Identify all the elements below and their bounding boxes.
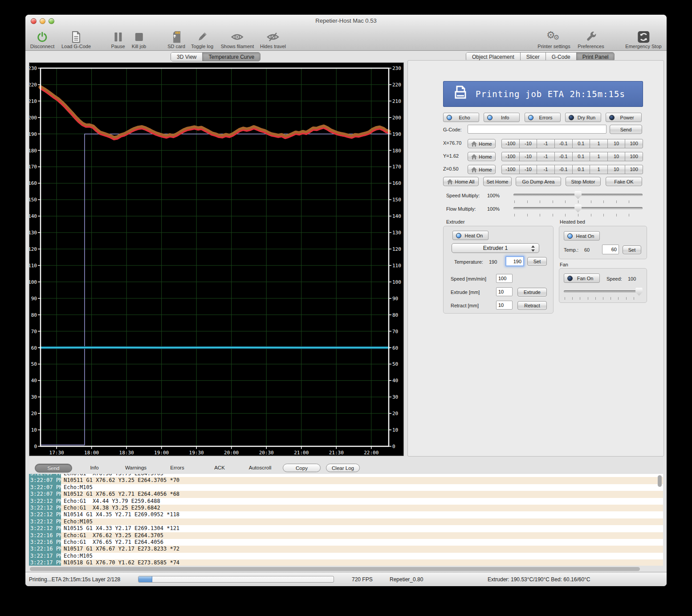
jog-x-100[interactable]: 100 [625,139,643,148]
printer-settings-button[interactable]: ⚙⚙Printer settings [537,31,570,49]
extruder-heat-on-button[interactable]: Heat On [452,231,488,240]
pause-button[interactable]: Pause [111,31,125,49]
shows-filament-button[interactable]: Shows filament [221,31,254,49]
jog-y--0.1[interactable]: -0.1 [554,152,573,161]
log-filter-warnings[interactable]: Warnings [121,464,151,472]
retract-button[interactable]: Retract [517,301,547,310]
slider-thumb[interactable] [574,204,582,212]
fan-speed-slider[interactable] [564,287,642,296]
action-set-home-button[interactable]: Set Home [483,177,512,186]
log-filter-errors[interactable]: Errors [166,464,188,472]
toggle-power[interactable]: Power [606,113,642,122]
jog-z--0.1[interactable]: -0.1 [554,165,573,174]
jog-z--10[interactable]: -10 [519,165,537,174]
jog-x--100[interactable]: -100 [501,139,520,148]
load-gcode-button[interactable]: Load G-Code [61,31,91,49]
log-row[interactable]: 3:22:16 PMEcho:G1 X76.62 Y3.25 E264.3705 [29,532,663,539]
kill-job-button[interactable]: Kill job [132,31,146,49]
jog-y-1[interactable]: 1 [590,152,608,161]
extrude-amount-input[interactable] [496,287,513,296]
disconnect-button[interactable]: Disconnect [30,31,54,49]
log-filter-info[interactable]: Info [85,464,103,472]
log-row[interactable]: 3:22:17 PMEcho:M105 [29,553,663,559]
bed-temp-input[interactable] [602,245,619,254]
log-row[interactable]: 3:22:07 PMN10512 G1 X76.65 Y2.71 E264.40… [29,491,663,498]
extruder-speed-input[interactable] [496,274,513,283]
jog-x--1[interactable]: -1 [537,139,555,148]
jog-y-10[interactable]: 10 [607,152,626,161]
log-filter-autoscroll[interactable]: Autoscroll [244,464,276,472]
jog-x--0.1[interactable]: -0.1 [554,139,573,148]
title-bar[interactable]: Repetier-Host Mac 0.53 [25,15,667,27]
emergency-stop-button[interactable]: Emergency Stop [625,31,661,49]
log-row[interactable]: 3:22:12 PMEcho:M105 [29,518,663,525]
toggle-label: Dry Run [574,115,599,120]
jog-y--100[interactable]: -100 [501,152,520,161]
jog-y-0.1[interactable]: 0.1 [572,152,590,161]
tab-3d-view[interactable]: 3D View [171,53,203,61]
fan-on-button[interactable]: Fan On [564,273,600,283]
bed-heat-on-button[interactable]: Heat On [564,231,600,241]
log-vertical-scrollbar[interactable] [658,475,662,487]
jog-z--100[interactable]: -100 [501,165,520,174]
preferences-button[interactable]: Preferences [578,31,604,49]
extruder-temp-input[interactable] [505,256,524,266]
gcode-send-button[interactable]: Send [610,125,642,134]
speed-multiply-slider[interactable] [513,191,643,200]
jog-y--1[interactable]: -1 [537,152,555,161]
action-go-dump-area-button[interactable]: Go Dump Area [516,177,561,186]
log-filter-send[interactable]: Send [35,464,72,473]
home-z-button[interactable]: Home [468,165,496,174]
jog-x-1[interactable]: 1 [590,139,608,148]
extrude-button[interactable]: Extrude [517,288,547,297]
log-row[interactable]: 3:22:07 PMEcho:G1 X76.58 Y3.79 E264.3705 [29,474,663,477]
jog-x--10[interactable]: -10 [519,139,537,148]
gcode-input[interactable] [468,125,607,134]
jog-y-100[interactable]: 100 [625,152,643,161]
toggle-echo[interactable]: Echo [443,113,479,122]
log-filter-ack[interactable]: ACK [210,464,229,472]
jog-x-0.1[interactable]: 0.1 [572,139,590,148]
toggle-log-label: Toggle log [191,44,213,49]
retract-amount-input[interactable] [496,301,513,310]
jog-x-10[interactable]: 10 [607,139,626,148]
flow-multiply-slider[interactable] [513,204,643,213]
action-fake-ok-button[interactable]: Fake OK [606,177,642,186]
toggle-dry-run[interactable]: Dry Run [565,113,601,122]
jog-z--1[interactable]: -1 [537,165,555,174]
axis-tick-label: 90 [392,296,398,302]
jog-z-1[interactable]: 1 [590,165,608,174]
toggle-log-button[interactable]: Toggle log [191,31,213,49]
log-row[interactable]: 3:22:07 PMEcho:M105 [29,484,663,491]
slider-thumb[interactable] [635,288,643,296]
extruder-selector[interactable]: Extruder 1 [452,243,539,253]
log-row[interactable]: 3:22:12 PMEcho:G1 X4.38 Y3.25 E259.6842 [29,505,663,511]
log-row[interactable]: 3:22:16 PMN10517 G1 X76.67 Y2.17 E273.82… [29,546,663,552]
toggle-info[interactable]: Info [484,113,520,122]
log-clear-log-button[interactable]: Clear Log [326,464,360,472]
jog-y--10[interactable]: -10 [519,152,537,161]
jog-z-100[interactable]: 100 [625,165,643,174]
log-row[interactable]: 3:22:17 PMN10518 G1 X76.70 Y1.62 E273.85… [29,559,663,566]
action-stop-motor-button[interactable]: Stop Motor [566,177,601,186]
log-horizontal-scrollbar[interactable] [30,567,640,571]
action-home-all-button[interactable]: Home All [443,177,479,186]
home-y-button[interactable]: Home [468,152,496,161]
log-row[interactable]: 3:22:07 PMN10511 G1 X76.62 Y3.25 E264.37… [29,477,663,484]
log-row[interactable]: 3:22:12 PMN10514 G1 X4.35 Y2.71 E269.095… [29,511,663,518]
log-copy-button[interactable]: Copy [283,464,321,472]
log-row[interactable]: 3:22:12 PMN10515 G1 X4.33 Y2.17 E269.130… [29,525,663,532]
bed-temp-set-button[interactable]: Set [623,245,641,254]
log-timestamp: 3:22:16 PM [29,532,61,539]
tab-temperature-curve[interactable]: Temperature Curve [203,53,260,61]
slider-thumb[interactable] [574,191,582,199]
sd-card-button[interactable]: SD card [167,31,185,49]
toggle-errors[interactable]: Errors [525,113,561,122]
log-row[interactable]: 3:22:12 PMEcho:G1 X4.44 Y3.79 E259.6488 [29,498,663,505]
jog-z-0.1[interactable]: 0.1 [572,165,590,174]
home-x-button[interactable]: Home [468,139,496,148]
log-row[interactable]: 3:22:16 PMEcho:G1 X76.65 Y2.71 E264.4056 [29,539,663,546]
jog-z-10[interactable]: 10 [607,165,626,174]
extruder-temp-set-button[interactable]: Set [527,257,547,266]
hides-travel-button[interactable]: Hides travel [260,31,286,49]
